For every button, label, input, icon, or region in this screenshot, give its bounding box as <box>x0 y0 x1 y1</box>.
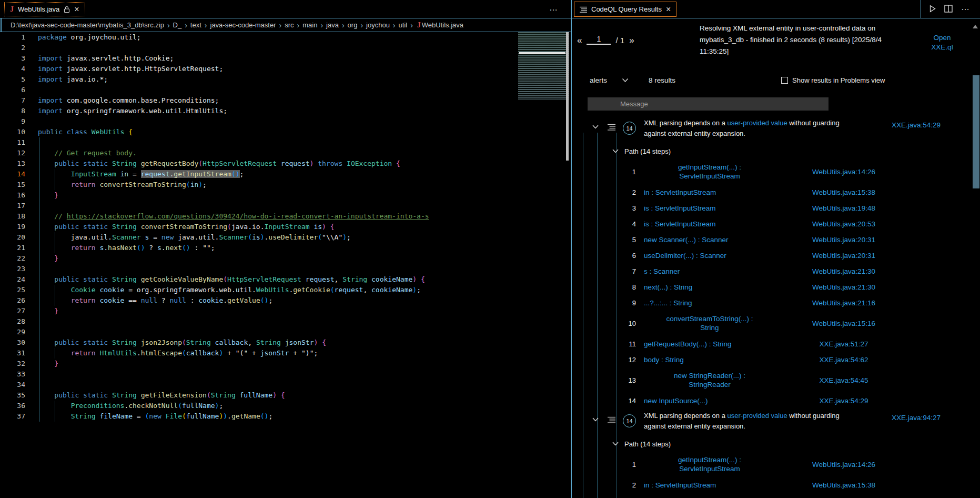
path-step-row[interactable]: 10convertStreamToString(...) :StringWebU… <box>572 311 972 336</box>
breadcrumb-item[interactable]: src <box>285 21 294 29</box>
path-step-row[interactable]: 14new InputSource(...)XXE.java:54:29 <box>572 393 972 409</box>
breadcrumb-item[interactable]: org <box>348 21 358 29</box>
code-line[interactable]: 35 public static String getFileExtension… <box>0 390 571 401</box>
step-location-link[interactable]: WebUtils.java:20:31 <box>781 236 907 244</box>
breadcrumb-item[interactable]: java-sec-code-master <box>210 21 276 29</box>
path-step-row[interactable]: 12body : StringXXE.java:54:62 <box>572 352 972 367</box>
code-line[interactable]: 28 <box>0 316 571 327</box>
code-line[interactable]: 1package org.joychou.util; <box>0 32 571 43</box>
code-line[interactable]: 17 <box>0 201 571 211</box>
alert-message-link[interactable]: user-provided value <box>728 412 787 420</box>
scrollbar-up-icon[interactable] <box>973 25 978 28</box>
code-line[interactable]: 19 public static String convertStreamToS… <box>0 222 571 232</box>
path-list-icon[interactable] <box>608 416 615 423</box>
step-label-link[interactable]: getInputStream(...) :ServletInputStream <box>644 455 775 473</box>
step-location-link[interactable]: WebUtils.java:21:30 <box>781 267 907 275</box>
alert-message-link[interactable]: user-provided value <box>728 119 787 127</box>
tab-codeql-query-results[interactable]: CodeQL Query Results × <box>574 2 676 17</box>
code-line[interactable]: 18 // https://stackoverflow.com/question… <box>0 211 571 222</box>
step-location-link[interactable]: WebUtils.java:21:16 <box>781 299 907 307</box>
step-label-link[interactable]: s : Scanner <box>644 267 775 276</box>
step-location-link[interactable]: XXE.java:54:62 <box>781 356 907 364</box>
page-number-input[interactable] <box>587 34 611 45</box>
path-header[interactable]: Path (14 steps) <box>572 436 972 452</box>
step-label-link[interactable]: ...?...:... : String <box>644 298 775 307</box>
editor-actions-ellipsis-icon[interactable]: … <box>549 3 558 13</box>
path-header[interactable]: Path (14 steps) <box>572 143 972 159</box>
step-label-link[interactable]: in : ServletInputStream <box>644 481 775 490</box>
path-step-row[interactable]: 7s : ScannerWebUtils.java:21:30 <box>572 263 972 279</box>
code-line[interactable]: 11 <box>0 137 571 148</box>
breadcrumb-item[interactable]: joychou <box>366 21 390 29</box>
path-step-row[interactable]: 1getInputStream(...) :ServletInputStream… <box>572 452 972 477</box>
step-label-link[interactable]: convertStreamToString(...) :String <box>644 314 775 332</box>
step-label-link[interactable]: new Scanner(...) : Scanner <box>644 235 775 244</box>
step-location-link[interactable]: WebUtils.java:14:26 <box>781 461 907 469</box>
step-location-link[interactable]: WebUtils.java:15:38 <box>781 481 907 489</box>
step-location-link[interactable]: WebUtils.java:21:30 <box>781 283 907 291</box>
next-page-icon[interactable]: » <box>629 36 634 45</box>
step-label-link[interactable]: in : ServletInputStream <box>644 188 775 197</box>
code-line[interactable]: 3import javax.servlet.http.Cookie; <box>0 53 571 64</box>
step-location-link[interactable]: WebUtils.java:20:53 <box>781 220 907 228</box>
breadcrumb-item[interactable]: java <box>326 21 339 29</box>
code-line[interactable]: 25 Cookie cookie = org.springframework.w… <box>0 285 571 295</box>
code-line[interactable]: 2 <box>0 43 571 53</box>
step-label-link[interactable]: is : ServletInputStream <box>644 204 775 213</box>
code-line[interactable]: 24 public static String getCookieValueBy… <box>0 274 571 285</box>
code-line[interactable]: 6 <box>0 85 571 95</box>
step-label-link[interactable]: body : String <box>644 355 775 364</box>
code-line[interactable]: 26 return cookie == null ? null : cookie… <box>0 295 571 306</box>
alert-location-link[interactable]: XXE.java:54:29 <box>892 121 941 129</box>
path-step-row[interactable]: 13new StringReader(...) :StringReaderXXE… <box>572 367 972 393</box>
path-step-row[interactable]: 4is : ServletInputStreamWebUtils.java:20… <box>572 216 972 232</box>
path-step-row[interactable]: 8next(...) : StringWebUtils.java:21:30 <box>572 279 972 295</box>
breadcrumb-item[interactable]: D:\text\java-sec-code-master\mybatis_3_d… <box>11 21 164 29</box>
code-line[interactable]: 16 } <box>0 190 571 201</box>
step-location-link[interactable]: WebUtils.java:14:26 <box>781 168 907 176</box>
path-step-row[interactable]: 5new Scanner(...) : ScannerWebUtils.java… <box>572 232 972 247</box>
code-line[interactable]: 10public class WebUtils { <box>0 127 571 137</box>
tab-webutils-java[interactable]: J WebUtils.java × <box>4 2 85 16</box>
close-icon[interactable]: × <box>666 5 671 14</box>
code-editor[interactable]: 1package org.joychou.util;23import javax… <box>0 32 571 498</box>
step-location-link[interactable]: WebUtils.java:15:38 <box>781 188 907 196</box>
step-label-link[interactable]: is : ServletInputStream <box>644 220 775 228</box>
problems-view-toggle[interactable]: Show results in Problems view <box>781 76 885 84</box>
path-step-row[interactable]: 6useDelimiter(...) : ScannerWebUtils.jav… <box>572 247 972 263</box>
close-icon[interactable]: × <box>74 5 79 14</box>
step-label-link[interactable]: new StringReader(...) :StringReader <box>644 371 775 389</box>
code-line[interactable]: 33 <box>0 369 571 380</box>
step-label-link[interactable]: next(...) : String <box>644 283 775 292</box>
code-line[interactable]: 7import com.google.common.base.Precondit… <box>0 95 571 106</box>
step-location-link[interactable]: WebUtils.java:15:16 <box>781 320 907 327</box>
code-line[interactable]: 4import javax.servlet.http.HttpServletRe… <box>0 64 571 74</box>
path-step-row[interactable]: 3is : ServletInputStreamWebUtils.java:19… <box>572 200 972 216</box>
code-line[interactable]: 29 <box>0 327 571 337</box>
code-line[interactable]: 14 InputStream in = request.getInputStre… <box>0 169 571 180</box>
step-location-link[interactable]: XXE.java:54:45 <box>781 376 907 384</box>
alert-row[interactable]: 14XML parsing depends on a user-provided… <box>572 409 972 436</box>
path-step-row[interactable]: 9...?...:... : StringWebUtils.java:21:16 <box>572 295 972 311</box>
chevron-down-icon[interactable] <box>592 417 599 422</box>
code-line[interactable]: 34 <box>0 380 571 390</box>
breadcrumb-item[interactable]: util <box>399 21 408 29</box>
open-query-link[interactable]: Open XXE.ql <box>918 33 966 52</box>
code-line[interactable]: 37 String fileName = (new File(fullName)… <box>0 411 571 422</box>
alert-location-link[interactable]: XXE.java:94:27 <box>892 414 941 422</box>
code-line[interactable]: 12 // Get request body. <box>0 148 571 158</box>
step-location-link[interactable]: XXE.java:54:29 <box>781 397 907 405</box>
code-line[interactable]: 32 } <box>0 358 571 369</box>
code-line[interactable]: 22 } <box>0 253 571 264</box>
run-query-icon[interactable] <box>928 5 936 13</box>
checkbox[interactable] <box>781 77 788 84</box>
step-label-link[interactable]: getRequestBody(...) : String <box>644 340 775 348</box>
step-label-link[interactable]: getInputStream(...) :ServletInputStream <box>644 163 775 181</box>
editor-scrollbar[interactable] <box>566 32 569 161</box>
minimap[interactable] <box>518 32 569 100</box>
code-line[interactable]: 30 public static String json2Jsonp(Strin… <box>0 337 571 348</box>
breadcrumb-item[interactable]: text <box>190 21 201 29</box>
breadcrumb-item[interactable]: D_ <box>173 21 182 29</box>
path-list-icon[interactable] <box>608 124 615 131</box>
code-line[interactable]: 8import org.springframework.web.util.Htm… <box>0 106 571 116</box>
